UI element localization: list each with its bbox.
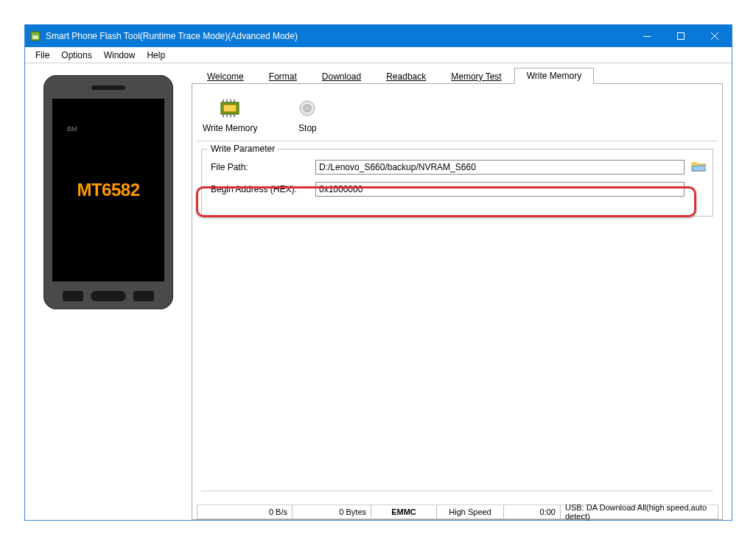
- status-bar: 0 B/s 0 Bytes EMMC High Speed 0:00 USB: …: [197, 504, 718, 519]
- write-memory-button[interactable]: Write Memory: [203, 92, 257, 133]
- svg-rect-10: [230, 99, 231, 102]
- phone-nav-home: [91, 291, 126, 301]
- svg-rect-3: [678, 33, 685, 40]
- svg-rect-12: [223, 114, 224, 117]
- file-path-input[interactable]: [315, 160, 685, 175]
- write-parameter-group: Write Parameter File Path:: [201, 149, 713, 217]
- phone-pane: BM MT6582: [25, 63, 192, 520]
- svg-rect-8: [223, 99, 224, 102]
- maximize-button[interactable]: [664, 25, 698, 47]
- folder-icon: [691, 161, 706, 172]
- write-memory-label: Write Memory: [203, 123, 257, 133]
- svg-rect-11: [234, 99, 235, 102]
- svg-rect-9: [226, 99, 228, 102]
- toolbar: Write Memory Stop: [197, 84, 718, 141]
- phone-bm-label: BM: [67, 125, 77, 133]
- status-time: 0:00: [503, 505, 561, 519]
- phone-chip-label: MT6582: [77, 180, 139, 200]
- write-parameter-legend: Write Parameter: [208, 144, 278, 154]
- app-window: Smart Phone Flash Tool(Runtime Trace Mod…: [24, 24, 732, 521]
- minimize-button[interactable]: [630, 25, 664, 47]
- close-button[interactable]: [698, 25, 732, 47]
- status-bytes: 0 Bytes: [292, 505, 371, 519]
- status-storage: EMMC: [371, 505, 437, 519]
- file-path-row: File Path:: [209, 160, 705, 175]
- begin-address-input[interactable]: [315, 182, 685, 197]
- menu-options[interactable]: Options: [55, 48, 97, 63]
- tab-write-memory[interactable]: Write Memory: [514, 68, 594, 84]
- app-icon: [29, 30, 41, 42]
- phone-screen: BM MT6582: [52, 99, 164, 281]
- tab-download[interactable]: Download: [309, 68, 374, 84]
- phone-nav-back: [63, 291, 83, 301]
- menu-window[interactable]: Window: [98, 48, 141, 63]
- tab-readback[interactable]: Readback: [374, 68, 438, 84]
- svg-rect-1: [32, 35, 38, 39]
- phone-image: BM MT6582: [43, 75, 173, 309]
- window-title: Smart Phone Flash Tool(Runtime Trace Mod…: [46, 31, 630, 41]
- status-usb: USB: DA Download All(high speed,auto det…: [560, 505, 718, 519]
- svg-rect-14: [230, 114, 231, 117]
- tab-memory-test[interactable]: Memory Test: [438, 68, 514, 84]
- svg-rect-15: [234, 114, 235, 117]
- phone-nav-menu: [133, 291, 154, 301]
- svg-rect-13: [226, 114, 228, 117]
- tab-format[interactable]: Format: [256, 68, 309, 84]
- content-area: BM MT6582 Welcome Format Download Readba…: [25, 63, 732, 520]
- status-speed: High Speed: [436, 505, 504, 519]
- svg-rect-7: [223, 105, 237, 112]
- right-pane: Welcome Format Download Readback Memory …: [192, 63, 732, 520]
- begin-address-label: Begin Address (HEX):: [209, 184, 311, 194]
- tab-content: Write Memory Stop Write Parameter: [192, 84, 723, 520]
- titlebar: Smart Phone Flash Tool(Runtime Trace Mod…: [25, 25, 732, 47]
- spacer: [192, 224, 722, 490]
- svg-point-17: [304, 105, 311, 112]
- phone-speaker: [91, 85, 125, 90]
- begin-address-row: Begin Address (HEX):: [209, 182, 705, 197]
- tab-welcome[interactable]: Welcome: [195, 68, 256, 84]
- chip-icon: [218, 96, 242, 120]
- stop-label: Stop: [298, 123, 317, 133]
- menu-file[interactable]: File: [29, 48, 55, 63]
- tab-bar: Welcome Format Download Readback Memory …: [192, 66, 723, 84]
- browse-button[interactable]: [690, 160, 707, 173]
- stop-button[interactable]: Stop: [295, 92, 319, 133]
- status-rate: 0 B/s: [197, 505, 293, 519]
- stop-icon: [295, 96, 319, 120]
- menubar: File Options Window Help: [25, 47, 732, 63]
- menu-help[interactable]: Help: [141, 48, 171, 63]
- svg-rect-2: [643, 36, 651, 37]
- file-path-label: File Path:: [209, 162, 311, 172]
